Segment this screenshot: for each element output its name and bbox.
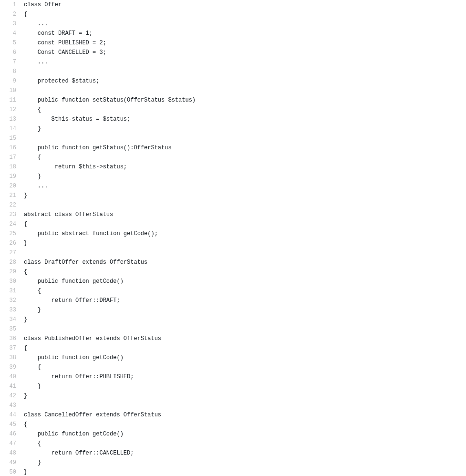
- line-content: class DraftOffer extends OfferStatus: [24, 258, 466, 267]
- line-content: class PublishedOffer extends OfferStatus: [24, 334, 466, 343]
- line-number: 29: [0, 267, 24, 277]
- line-content: }: [24, 305, 466, 315]
- line-number: 50: [0, 467, 24, 476]
- line-content: ...: [24, 181, 466, 191]
- line-content: [24, 134, 466, 143]
- code-line: 14 }: [0, 124, 466, 134]
- code-line: 12 {: [0, 105, 466, 114]
- code-line: 1class Offer: [0, 0, 466, 10]
- line-number: 13: [0, 114, 24, 124]
- line-content: }: [24, 238, 466, 248]
- line-number: 21: [0, 191, 24, 200]
- line-number: 31: [0, 286, 24, 296]
- code-line: 24{: [0, 219, 466, 229]
- line-content: }: [24, 315, 466, 324]
- code-line: 6 Const CANCELLED = 3;: [0, 48, 466, 57]
- line-content: abstract class OfferStatus: [24, 210, 466, 219]
- line-content: }: [24, 458, 466, 467]
- code-line: 27: [0, 248, 466, 258]
- code-line: 38 public function getCode(): [0, 353, 466, 362]
- line-number: 32: [0, 296, 24, 305]
- line-content: return Offer::CANCELLED;: [24, 448, 466, 458]
- line-number: 15: [0, 134, 24, 143]
- code-line: 2{: [0, 10, 466, 19]
- code-line: 11 public function setStatus(OfferStatus…: [0, 95, 466, 105]
- line-number: 46: [0, 429, 24, 439]
- line-content: }: [24, 191, 466, 200]
- line-content: const PUBLISHED = 2;: [24, 38, 466, 48]
- line-number: 5: [0, 38, 24, 48]
- code-line: 5 const PUBLISHED = 2;: [0, 38, 466, 48]
- code-line: 4 const DRAFT = 1;: [0, 29, 466, 38]
- code-line: 8: [0, 67, 466, 76]
- line-number: 14: [0, 124, 24, 134]
- line-content: {: [24, 420, 466, 429]
- line-number: 19: [0, 172, 24, 181]
- line-content: {: [24, 343, 466, 353]
- line-number: 6: [0, 48, 24, 57]
- line-content: }: [24, 382, 466, 391]
- line-content: [24, 324, 466, 334]
- code-line: 31 {: [0, 286, 466, 296]
- line-number: 44: [0, 410, 24, 420]
- line-content: const DRAFT = 1;: [24, 29, 466, 38]
- line-number: 35: [0, 324, 24, 334]
- line-number: 20: [0, 181, 24, 191]
- line-content: public abstract function getCode();: [24, 229, 466, 238]
- line-content: [24, 67, 466, 76]
- code-line: 10: [0, 86, 466, 95]
- code-line: 30 public function getCode(): [0, 277, 466, 286]
- line-number: 48: [0, 448, 24, 458]
- line-content: [24, 86, 466, 95]
- line-content: public function getCode(): [24, 429, 466, 439]
- code-line: 46 public function getCode(): [0, 429, 466, 439]
- line-content: return $this->status;: [24, 162, 466, 172]
- code-line: 36class PublishedOffer extends OfferStat…: [0, 334, 466, 343]
- code-line: 34}: [0, 315, 466, 324]
- line-number: 41: [0, 382, 24, 391]
- line-number: 40: [0, 372, 24, 382]
- line-number: 45: [0, 420, 24, 429]
- code-line: 20 ...: [0, 181, 466, 191]
- code-line: 29{: [0, 267, 466, 277]
- line-content: }: [24, 391, 466, 401]
- line-content: }: [24, 467, 466, 476]
- line-number: 9: [0, 76, 24, 86]
- line-content: [24, 248, 466, 258]
- code-line: 35: [0, 324, 466, 334]
- line-content: {: [24, 10, 466, 19]
- line-number: 43: [0, 401, 24, 410]
- line-content: {: [24, 286, 466, 296]
- line-number: 39: [0, 362, 24, 372]
- code-line: 22: [0, 200, 466, 210]
- code-line: 45{: [0, 420, 466, 429]
- line-content: $this-status = $status;: [24, 114, 466, 124]
- line-number: 1: [0, 0, 24, 10]
- line-number: 34: [0, 315, 24, 324]
- line-content: }: [24, 124, 466, 134]
- code-line: 37{: [0, 343, 466, 353]
- code-line: 47 {: [0, 439, 466, 448]
- code-line: 40 return Offer::PUBLISHED;: [0, 372, 466, 382]
- line-content: {: [24, 267, 466, 277]
- code-line: 9 protected $status;: [0, 76, 466, 86]
- line-number: 42: [0, 391, 24, 401]
- code-line: 17 {: [0, 153, 466, 162]
- line-number: 2: [0, 10, 24, 19]
- line-number: 25: [0, 229, 24, 238]
- line-content: class Offer: [24, 0, 466, 10]
- line-content: {: [24, 105, 466, 114]
- code-line: 21}: [0, 191, 466, 200]
- line-content: public function getCode(): [24, 277, 466, 286]
- line-content: class CancelledOffer extends OfferStatus: [24, 410, 466, 420]
- code-line: 19 }: [0, 172, 466, 181]
- line-content: {: [24, 439, 466, 448]
- line-number: 3: [0, 19, 24, 29]
- line-number: 47: [0, 439, 24, 448]
- code-line: 33 }: [0, 305, 466, 315]
- line-content: protected $status;: [24, 76, 466, 86]
- code-line: 44class CancelledOffer extends OfferStat…: [0, 410, 466, 420]
- code-line: 23abstract class OfferStatus: [0, 210, 466, 219]
- code-line: 26}: [0, 238, 466, 248]
- line-number: 10: [0, 86, 24, 95]
